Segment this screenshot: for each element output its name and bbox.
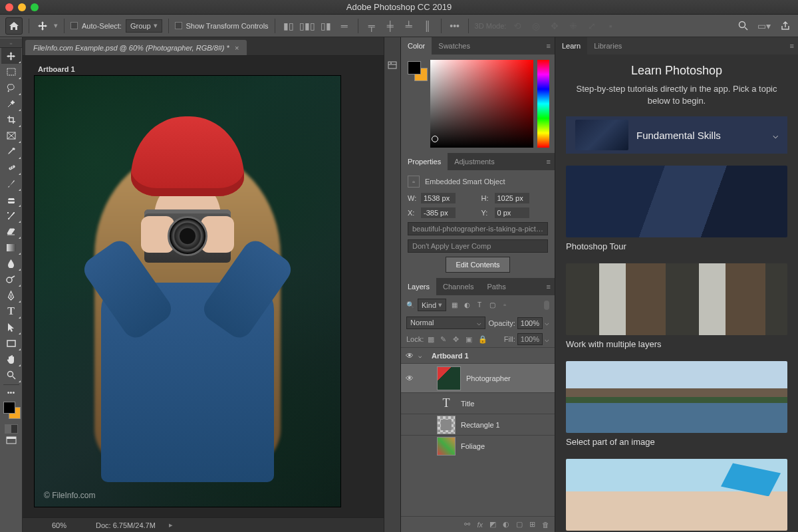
more-options-icon[interactable]: ••• — [448, 19, 462, 33]
screen-mode-icon[interactable] — [1, 434, 21, 447]
toolbar-collapse-grip[interactable]: ›› — [0, 39, 22, 48]
swatches-tab[interactable]: Swatches — [432, 37, 477, 55]
opacity-field[interactable]: 100% — [517, 317, 543, 329]
type-tool[interactable]: T — [1, 303, 21, 319]
auto-select-dropdown[interactable]: Group▾ — [126, 19, 162, 33]
pen-tool[interactable] — [1, 287, 21, 303]
crop-tool[interactable] — [1, 112, 21, 128]
move-tool-icon[interactable] — [35, 19, 50, 33]
prop-height[interactable]: 1025 px — [495, 193, 529, 203]
edit-toolbar-icon[interactable]: ••• — [1, 386, 21, 398]
align-left-edges-icon[interactable]: ▮▯ — [281, 19, 296, 33]
layer-title[interactable]: T Title — [401, 392, 555, 414]
align-vertical-top-icon[interactable]: ╤ — [364, 19, 379, 33]
home-button[interactable] — [5, 17, 23, 35]
hand-tool[interactable] — [1, 351, 21, 367]
align-top-edges-icon[interactable]: ═ — [337, 19, 352, 33]
adjustment-layer-icon[interactable]: ◐ — [503, 520, 509, 529]
color-swatch-pair[interactable] — [406, 60, 426, 148]
tutorial-layer-mask[interactable]: Use a layer mask to add an object to an … — [566, 459, 787, 532]
visibility-toggle[interactable]: 👁 — [404, 374, 416, 383]
edit-contents-button[interactable]: Edit Contents — [446, 257, 509, 273]
artboard-label[interactable]: Artboard 1 — [38, 65, 372, 73]
layer-photographer[interactable]: 👁 Photographer — [401, 363, 555, 392]
tutorial-photoshop-tour[interactable]: Photoshop Tour — [566, 166, 787, 251]
workspace-switcher-icon[interactable]: ▭▾ — [757, 19, 771, 33]
healing-brush-tool[interactable] — [1, 160, 21, 176]
maximize-window-icon[interactable] — [31, 3, 39, 11]
expand-icon[interactable]: ⌵ — [418, 352, 426, 359]
paths-tab[interactable]: Paths — [481, 278, 513, 295]
quick-mask-toggle[interactable] — [5, 424, 18, 434]
rectangle-tool[interactable] — [1, 335, 21, 351]
distribute-icon[interactable]: ║ — [420, 19, 435, 33]
brush-tool[interactable] — [1, 176, 21, 192]
hue-slider[interactable] — [537, 60, 549, 148]
color-tab[interactable]: Color — [401, 37, 432, 55]
clone-stamp-tool[interactable] — [1, 192, 21, 207]
history-brush-tool[interactable] — [1, 207, 21, 223]
layer-thumbnail[interactable] — [437, 437, 456, 456]
align-vertical-bottom-icon[interactable]: ╧ — [402, 19, 416, 33]
close-tab-icon[interactable]: × — [235, 44, 239, 52]
layer-group-icon[interactable]: ▢ — [516, 520, 523, 529]
prop-y[interactable]: 0 px — [495, 207, 529, 218]
color-panel-menu-icon[interactable]: ≡ — [543, 37, 555, 55]
path-selection-tool[interactable] — [1, 319, 21, 335]
layer-artboard[interactable]: 👁 ⌵ Artboard 1 — [401, 347, 555, 363]
show-transform-checkbox[interactable] — [175, 22, 182, 29]
frame-tool[interactable] — [1, 128, 21, 144]
align-vertical-center-icon[interactable]: ╪ — [383, 19, 398, 33]
filter-adjust-icon[interactable]: ◐ — [462, 301, 471, 310]
properties-tab[interactable]: Properties — [401, 153, 448, 170]
search-icon[interactable] — [735, 19, 750, 33]
prop-x[interactable]: -385 px — [421, 207, 456, 218]
dodge-tool[interactable] — [1, 271, 21, 287]
minimize-window-icon[interactable] — [18, 3, 26, 11]
fill-field[interactable]: 100% — [517, 333, 543, 345]
visibility-toggle[interactable]: 👁 — [404, 351, 416, 360]
learn-panel-menu-icon[interactable]: ≡ — [786, 37, 798, 55]
document-tab[interactable]: FileInfo.com Example.psd @ 60% (Photogra… — [25, 40, 247, 55]
share-icon[interactable] — [778, 19, 793, 33]
zoom-tool[interactable] — [1, 367, 21, 383]
layer-mask-icon[interactable]: ◩ — [489, 520, 496, 529]
eraser-tool[interactable] — [1, 223, 21, 239]
delete-layer-icon[interactable]: 🗑 — [542, 521, 549, 529]
layers-tab[interactable]: Layers — [401, 278, 436, 295]
color-field[interactable] — [430, 60, 533, 148]
blur-tool[interactable] — [1, 255, 21, 271]
filter-type-icon[interactable]: T — [475, 301, 484, 310]
magic-wand-tool[interactable] — [1, 96, 21, 112]
lock-artboard-icon[interactable]: ▣ — [466, 335, 474, 344]
layer-rectangle[interactable]: Rectangle 1 — [401, 414, 555, 435]
learn-tab[interactable]: Learn — [555, 37, 587, 55]
layer-fx-icon[interactable]: fx — [477, 521, 483, 529]
new-layer-icon[interactable]: ⊞ — [529, 520, 535, 529]
filter-smart-icon[interactable]: ▫ — [500, 301, 509, 310]
tutorial-select-part[interactable]: Select part of an image — [566, 361, 787, 447]
foreground-background-swatch[interactable] — [1, 400, 21, 422]
align-horizontal-centers-icon[interactable]: ▯▮▯ — [300, 19, 315, 33]
lock-transparency-icon[interactable]: ▩ — [428, 335, 436, 344]
layers-panel-menu-icon[interactable]: ≡ — [543, 278, 555, 295]
lock-pixels-icon[interactable]: ✎ — [440, 335, 449, 344]
marquee-tool[interactable] — [1, 64, 21, 80]
gradient-tool[interactable] — [1, 239, 21, 255]
fundamental-skills-row[interactable]: Fundamental Skills ⌵ — [566, 116, 787, 154]
tutorial-multiple-layers[interactable]: Work with multiple layers — [566, 263, 787, 349]
close-window-icon[interactable] — [5, 3, 13, 11]
align-right-edges-icon[interactable]: ▯▮ — [319, 19, 333, 33]
eyedropper-tool[interactable] — [1, 144, 21, 160]
layer-filter-dropdown[interactable]: Kind ▾ — [418, 299, 446, 311]
zoom-level[interactable]: 60% — [36, 521, 82, 529]
filter-pixel-icon[interactable]: ▦ — [450, 301, 459, 310]
doc-size-info[interactable]: Doc: 6.75M/24.7M — [96, 521, 156, 529]
layer-thumbnail[interactable] — [437, 416, 456, 434]
history-panel-icon[interactable] — [386, 59, 399, 72]
artboard[interactable]: © FileInfo.com — [35, 76, 340, 507]
window-traffic-lights[interactable] — [5, 3, 39, 11]
properties-panel-menu-icon[interactable]: ≡ — [543, 153, 555, 170]
channels-tab[interactable]: Channels — [436, 278, 480, 295]
lasso-tool[interactable] — [1, 80, 21, 96]
